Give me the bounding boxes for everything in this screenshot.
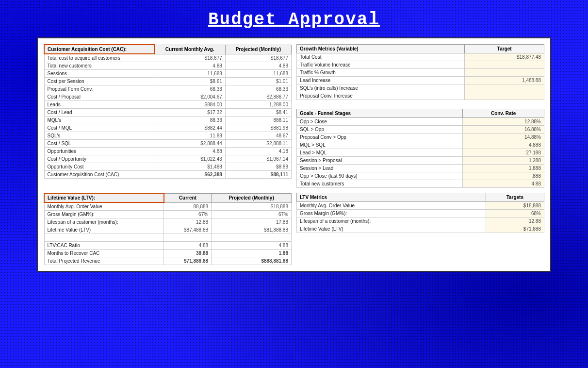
cac-row-label: Opportunity Cost [44, 163, 154, 171]
growth-row-label: Proposal Conv. Increase [297, 92, 465, 100]
goals-table: Goals - Funnel Stages Conv. Rate Opp > C… [296, 109, 544, 188]
ltv-header-label: Lifetime Value (LTV): [44, 193, 164, 202]
ltv-metrics-row-label: Lifetime Value (LTV) [297, 225, 486, 233]
ltv-row-label: Lifetime Value (LTV) [44, 226, 164, 234]
cac-row-value: $1,488 [154, 163, 226, 171]
ltv-row-value: 88,888 [164, 202, 212, 211]
cac-row-value: 4.18 [225, 148, 291, 155]
growth-row-target [465, 69, 544, 77]
ltv-extra-label: Months to Recover CAC [44, 250, 164, 257]
cac-header-current: Current Monthly Avg. [154, 45, 226, 54]
goals-row-conv: 27.188 [463, 149, 544, 157]
ltv-extra-label: LTV:CAC Ratio [44, 242, 164, 250]
cac-row-label: Proposal Form Conv. [44, 85, 154, 93]
page-title: Budget Approval [0, 0, 588, 37]
cac-header-label: Customer Acquisition Cost (CAC): [44, 45, 154, 54]
cac-row-value: $884.00 [154, 101, 226, 109]
growth-row-label: Total Cost [297, 53, 465, 61]
cac-row-value: 48.67 [225, 132, 291, 140]
cac-row-value: 68.33 [154, 85, 226, 93]
ltv-extra-value: 4.88 [164, 242, 212, 250]
growth-row-label: Traffic % Growth [297, 69, 465, 77]
ltv-header-current: Current [164, 193, 212, 202]
cac-row-value: $881.98 [225, 124, 291, 132]
ltv-metrics-row-target: 12.88 [486, 217, 544, 225]
cac-row-label: Total new customers [44, 62, 154, 70]
goals-row-label: Total new customers [297, 180, 463, 188]
growth-table: Growth Metrics (Variable) Target Total C… [296, 44, 544, 100]
growth-header-label: Growth Metrics (Variable) [297, 45, 465, 53]
ltv-metrics-section: LTV Metrics Targets Monthly Avg. Order V… [296, 193, 544, 265]
ltv-metrics-row-label: Monthly Avg. Order Value [297, 202, 486, 210]
cac-row-label: Cost / SQL [44, 140, 154, 148]
ltv-table: Lifetime Value (LTV): Current Projected … [44, 193, 292, 265]
growth-row-target: $18,877.48 [465, 53, 544, 61]
ltv-metrics-row-target: $71,888 [486, 225, 544, 233]
cac-row-label: Cost / MQL [44, 124, 154, 132]
ltv-extra-value: $888,881.88 [212, 257, 292, 265]
cac-row-value: $8.61 [154, 78, 226, 85]
cac-row-label: Cost per Session [44, 78, 154, 85]
cac-row-value: 888.11 [225, 117, 291, 124]
ltv-extra-value: 38.88 [164, 250, 212, 257]
cac-row-label: MQL's [44, 117, 154, 124]
ltv-row-label: Monthly Avg. Order Value [44, 202, 164, 211]
cac-row-value: $1.01 [225, 78, 291, 85]
cac-row-value: 11,688 [225, 70, 291, 78]
ltv-extra-value: $71,888.88 [164, 257, 212, 265]
goals-row-conv: 4.888 [463, 141, 544, 149]
ltv-metrics-table: LTV Metrics Targets Monthly Avg. Order V… [296, 193, 544, 233]
ltv-row-value: $87,488.88 [164, 226, 212, 234]
cac-row-value: 4.88 [154, 62, 226, 70]
cac-row-label: Opportunities [44, 148, 154, 155]
cac-row-label: Cost / Proposal [44, 93, 154, 101]
growth-row-label: SQL's (intro calls) Increase [297, 84, 465, 92]
goals-row-label: SQL > Opp [297, 126, 463, 134]
cac-row-value: $1,067.14 [225, 155, 291, 163]
ltv-header-projected: Projected (Monthly) [212, 193, 292, 202]
ltv-row-value: $81,888.88 [212, 226, 292, 234]
cac-row-value: 11,688 [154, 70, 226, 78]
growth-row-label: Traffic Volume Increase [297, 61, 465, 69]
ltv-row-value: 67% [212, 211, 292, 218]
cac-row-value: 11.88 [154, 132, 226, 140]
cac-row-value: $8.41 [225, 109, 291, 117]
cac-row-label: Cost / Opportunity [44, 155, 154, 163]
goals-row-label: Proposal Conv > Opp [297, 134, 463, 141]
goals-header-label: Goals - Funnel Stages [297, 109, 463, 118]
growth-header-target: Target [465, 45, 544, 53]
goals-row-conv: 14.88% [463, 134, 544, 141]
cac-row-value: $2,004.67 [154, 93, 226, 101]
cac-row-value: 4.88 [225, 62, 291, 70]
cac-row-value: 1,288.00 [225, 101, 291, 109]
goals-row-label: Session > Proposal [297, 157, 463, 165]
cac-row-value: $1,022.43 [154, 155, 226, 163]
main-container: Customer Acquisition Cost (CAC): Current… [37, 37, 551, 272]
ltv-metrics-header-label: LTV Metrics [297, 193, 486, 202]
ltv-extra-value: 1.88 [212, 250, 292, 257]
cac-row-value: 88.33 [154, 117, 226, 124]
cac-row-value: $2,888.11 [225, 140, 291, 148]
ltv-row-value: 17.88 [212, 218, 292, 226]
ltv-row-label: Gross Margin (GM%): [44, 211, 164, 218]
goals-row-label: MQL > SQL [297, 141, 463, 149]
goals-row-conv: 1.888 [463, 165, 544, 172]
cac-row-value: $2,886.77 [225, 93, 291, 101]
cac-row-label: Cost / Lead [44, 109, 154, 117]
cac-row-value: $2,888.44 [154, 140, 226, 148]
cac-row-value: 68.33 [225, 85, 291, 93]
ltv-row-value: 67% [164, 211, 212, 218]
cac-header-projected: Projected (Monthly) [225, 45, 291, 54]
cac-row-value: $882.44 [154, 124, 226, 132]
ltv-row-value: $18,888 [212, 202, 292, 211]
goals-row-conv: .888 [463, 172, 544, 180]
ltv-metrics-row-target: $18,888 [486, 202, 544, 210]
ltv-spacer-cell [212, 234, 292, 242]
cac-row-label: Sessions [44, 70, 154, 78]
cac-row-value: $18,677 [154, 54, 226, 62]
cac-row-label: Leads [44, 101, 154, 109]
cac-row-value: $8.88 [225, 163, 291, 171]
goals-row-label: Opp > Close [297, 118, 463, 126]
growth-row-target: 1,488.88 [465, 77, 544, 84]
growth-row-label: Lead Increase [297, 77, 465, 84]
